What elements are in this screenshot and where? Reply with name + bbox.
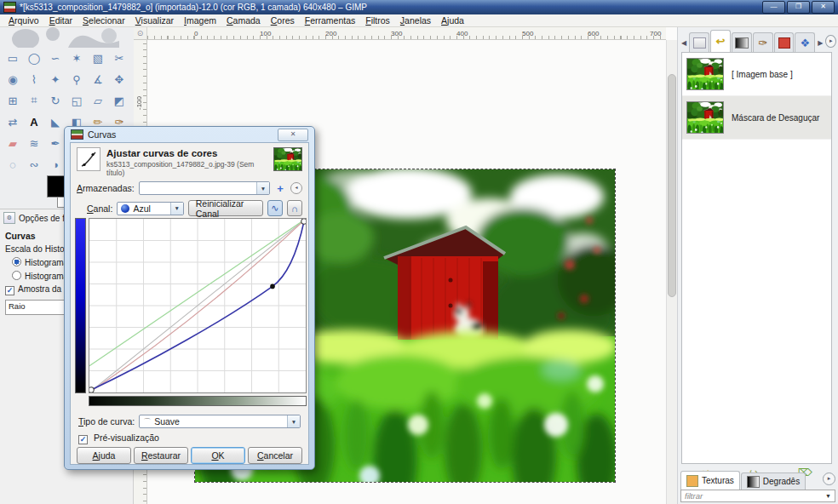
tool-rotate[interactable]: ↻	[45, 90, 66, 111]
tool-shear[interactable]: ▱	[88, 90, 108, 111]
presets-combobox[interactable]: ▼	[139, 181, 270, 195]
dialog-heading: Ajustar curvas de cores	[106, 147, 267, 158]
tool-rectangle-select[interactable]: ▭	[3, 48, 23, 68]
tab-undo-history[interactable]: ↩	[710, 30, 731, 52]
presets-menu-button[interactable]: ◂	[290, 182, 302, 194]
reset-button[interactable]: Restaurar	[134, 447, 188, 464]
maximize-button[interactable]: ❐	[787, 1, 810, 14]
tool-paths[interactable]: ⌇	[24, 69, 44, 89]
tool-fuzzy-select[interactable]: ✶	[66, 48, 87, 68]
curve-point-white[interactable]	[301, 219, 306, 224]
tool-scissors-select[interactable]: ✂	[109, 48, 129, 68]
tab-document-history[interactable]: ❖	[795, 32, 815, 52]
tool-airbrush[interactable]: ≋	[24, 133, 44, 153]
tool-free-select[interactable]: ∽	[45, 48, 66, 68]
tool-scale[interactable]: ◱	[66, 90, 87, 111]
gimp-app-icon	[3, 2, 16, 13]
filter-input[interactable]: filtrar ▼	[680, 490, 835, 502]
ruler-origin-button[interactable]: ⊙	[134, 27, 147, 40]
linear-histogram-toggle[interactable]: ∿	[267, 200, 283, 216]
menu-ferramentas[interactable]: Ferramentas	[300, 15, 361, 26]
tool-smudge[interactable]: ∾	[24, 154, 44, 175]
tool-ellipse-select[interactable]: ◯	[24, 48, 44, 68]
h-ruler-label: 0	[194, 30, 198, 37]
dialog-close-button[interactable]: ✕	[278, 129, 308, 141]
dialog-body: Ajustar curvas de cores ks5313_compositi…	[70, 142, 309, 465]
tab-patterns[interactable]	[774, 32, 795, 52]
add-preset-button[interactable]: +	[274, 182, 286, 195]
tool-bucket-fill[interactable]: ◣	[45, 112, 66, 132]
tool-move[interactable]: ✥	[109, 69, 129, 89]
channel-label: Canal:	[87, 203, 112, 214]
tab-degrades[interactable]: Degradês	[741, 472, 806, 490]
minimize-button[interactable]: —	[762, 1, 785, 14]
v-ruler-label: -100	[135, 96, 143, 110]
menu-ajuda[interactable]: Ajuda	[436, 15, 469, 26]
curve-point-black[interactable]	[89, 387, 94, 392]
tabs-scroll-right-icon[interactable]: ▶	[816, 39, 824, 52]
menu-filtros[interactable]: Filtros	[360, 15, 395, 26]
tab-texturas[interactable]: Texturas	[680, 471, 740, 490]
tool-dodge-burn[interactable]: ◑	[45, 154, 66, 175]
curve-type-combobox[interactable]: ⌒ Suave ▼	[139, 415, 301, 428]
vertical-scrollbar-thumb[interactable]	[668, 74, 676, 297]
menu-arquivo[interactable]: Arquivo	[3, 15, 44, 26]
menu-cores[interactable]: Cores	[266, 15, 300, 26]
tab-gradients[interactable]	[732, 32, 752, 52]
radio-selected-icon	[12, 257, 21, 266]
tool-perspective[interactable]: ◩	[109, 90, 129, 111]
smooth-curve-icon: ⌒	[143, 416, 151, 427]
tabs-scroll-left-icon[interactable]: ◀	[680, 39, 688, 52]
document-history-icon: ❖	[801, 37, 811, 49]
ok-button[interactable]: OK	[191, 447, 245, 464]
checkbox-checked-icon: ✓	[78, 435, 88, 444]
presets-label: Armazenadas:	[77, 183, 135, 193]
dock-menu-button[interactable]: ▸	[825, 35, 836, 48]
preview-option[interactable]: ✓ Pré-visualização	[78, 432, 159, 444]
menu-visualizar[interactable]: Visualizar	[130, 15, 179, 26]
tool-select-by-color[interactable]: ▧	[88, 48, 108, 68]
undo-item-base-image[interactable]: [ Imagem base ]	[682, 53, 831, 96]
menu-selecionar[interactable]: Selecionar	[77, 15, 130, 26]
vertical-scrollbar[interactable]	[666, 40, 677, 504]
tool-align[interactable]: ⊞	[3, 90, 23, 111]
menu-janelas[interactable]: Janelas	[395, 15, 436, 26]
tool-blur-sharpen[interactable]: ◌	[3, 154, 23, 175]
menu-editar[interactable]: Editar	[44, 15, 77, 26]
gimp-screen: { "window": { "title": "*[ks5313_composi…	[0, 0, 838, 504]
tool-foreground-select[interactable]: ◉	[3, 69, 23, 89]
tool-flip[interactable]: ⇄	[3, 112, 23, 132]
horizontal-ruler[interactable]: 0 100 200 300 400 500 600 700	[147, 27, 666, 40]
curves-plot[interactable]	[89, 218, 307, 393]
log-histogram-toggle[interactable]: ∩	[287, 200, 302, 216]
lower-tab-strip: Texturas Degradês ▸	[680, 472, 835, 490]
tool-ink[interactable]: ✒	[45, 133, 66, 153]
tool-crop[interactable]: ⌗	[24, 90, 44, 111]
tool-zoom[interactable]: ⚲	[66, 69, 87, 89]
lower-dock-menu-button[interactable]: ▸	[823, 472, 835, 485]
undo-item-unsharp-mask[interactable]: Máscara de Desaguçar	[682, 96, 831, 140]
curve-point-mid[interactable]	[270, 284, 275, 289]
output-gradient-bar	[75, 218, 86, 393]
dialog-title: Curvas	[88, 129, 116, 140]
undo-arrow-icon: ↩	[715, 35, 725, 48]
tab-tool-presets[interactable]	[689, 32, 709, 52]
undo-thumbnail	[686, 58, 724, 90]
channel-combobox[interactable]: Azul ▼	[117, 202, 183, 215]
tool-color-picker[interactable]: ✦	[45, 69, 66, 89]
dialog-title-bar[interactable]: Curvas ✕	[65, 127, 314, 142]
curves-dialog[interactable]: Curvas ✕ Ajustar curvas de cores ks5313_…	[64, 126, 315, 470]
cancel-button[interactable]: Cancelar	[248, 447, 302, 464]
menu-imagem[interactable]: Imagem	[179, 15, 221, 26]
menu-camada[interactable]: Camada	[221, 15, 266, 26]
dialog-subheading: ks5313_composition_1479882_o.jpg-39 (Sem…	[106, 160, 267, 177]
h-ruler-label: 600	[588, 30, 599, 37]
tab-brushes[interactable]: ✑	[753, 32, 773, 52]
close-button[interactable]: ✕	[812, 1, 835, 14]
reset-channel-button[interactable]: Reinicializar Canal	[188, 200, 263, 216]
tool-text[interactable]: A	[24, 112, 44, 132]
help-button[interactable]: Ajuda	[77, 447, 131, 464]
tool-eraser[interactable]: ▰	[3, 133, 23, 153]
tool-measure[interactable]: ∡	[88, 69, 108, 89]
curve-editor	[75, 218, 307, 409]
